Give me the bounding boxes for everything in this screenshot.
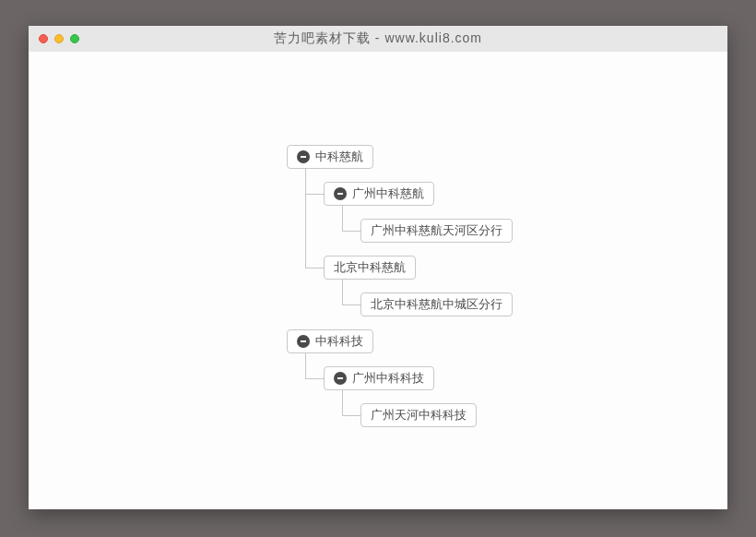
tree-node[interactable]: 中科科技 [287,329,373,353]
tree-node-row: 北京中科慈航中城区分行 [342,280,513,316]
tree-node-label: 北京中科慈航中城区分行 [371,296,502,313]
collapse-icon[interactable] [334,372,347,385]
tree-node-row: 广州天河中科科技 [342,390,513,427]
connector-line [342,304,360,305]
tree-node[interactable]: 中科慈航 [287,145,373,169]
tree-view: 中科慈航 广州中科慈航 广州中科慈航天河区分行 [287,145,513,427]
connector-line [342,415,360,416]
close-icon[interactable] [39,34,48,43]
tree-node-label: 广州中科慈航天河区分行 [371,222,502,239]
tree-node-row: 广州中科慈航 广州中科慈航天河区分行 [305,169,513,243]
tree-node-label: 广州天河中科科技 [371,407,467,424]
tree-node-row: 广州中科科技 广州天河中科科技 [305,353,513,427]
content-area: 中科慈航 广州中科慈航 广州中科慈航天河区分行 [29,52,727,509]
connector-line [342,231,360,232]
tree-node[interactable]: 广州天河中科科技 [360,403,477,427]
tree-children: 北京中科慈航中城区分行 [342,280,513,316]
tree-node[interactable]: 北京中科慈航中城区分行 [360,292,513,316]
connector-line [305,194,324,195]
tree-children: 广州天河中科科技 [342,390,513,427]
collapse-icon[interactable] [297,150,310,163]
minimize-icon[interactable] [54,34,64,43]
tree-node-label: 广州中科慈航 [352,185,424,202]
window-title: 苦力吧素材下载 - www.kuli8.com [29,30,727,47]
tree-node-root: 中科科技 广州中科科技 广州天河中科科技 [287,329,513,427]
tree-node-root: 中科慈航 广州中科慈航 广州中科慈航天河区分行 [287,145,513,316]
tree-children: 广州中科慈航天河区分行 [342,206,513,243]
tree-node-row: 北京中科慈航 北京中科慈航中城区分行 [305,243,513,316]
tree-node-label: 广州中科科技 [352,370,424,387]
tree-node[interactable]: 广州中科慈航 [324,182,434,206]
tree-children: 广州中科科技 广州天河中科科技 [305,353,513,427]
collapse-icon[interactable] [297,335,310,348]
tree-node-label: 中科慈航 [315,149,363,165]
tree-node-label: 中科科技 [315,333,363,350]
connector-line [305,268,324,268]
window-controls [29,34,79,43]
maximize-icon[interactable] [70,34,79,43]
tree-node-label: 北京中科慈航 [334,259,406,276]
connector-line [305,378,324,379]
app-window: 苦力吧素材下载 - www.kuli8.com 中科慈航 广州中科慈航 [29,26,727,509]
tree-node[interactable]: 广州中科科技 [324,366,434,390]
tree-children: 广州中科慈航 广州中科慈航天河区分行 [305,169,513,316]
tree-node[interactable]: 广州中科慈航天河区分行 [360,219,513,243]
tree-node[interactable]: 北京中科慈航 [324,256,416,280]
collapse-icon[interactable] [334,187,347,200]
titlebar: 苦力吧素材下载 - www.kuli8.com [29,26,727,52]
tree-node-row: 广州中科慈航天河区分行 [342,206,513,243]
